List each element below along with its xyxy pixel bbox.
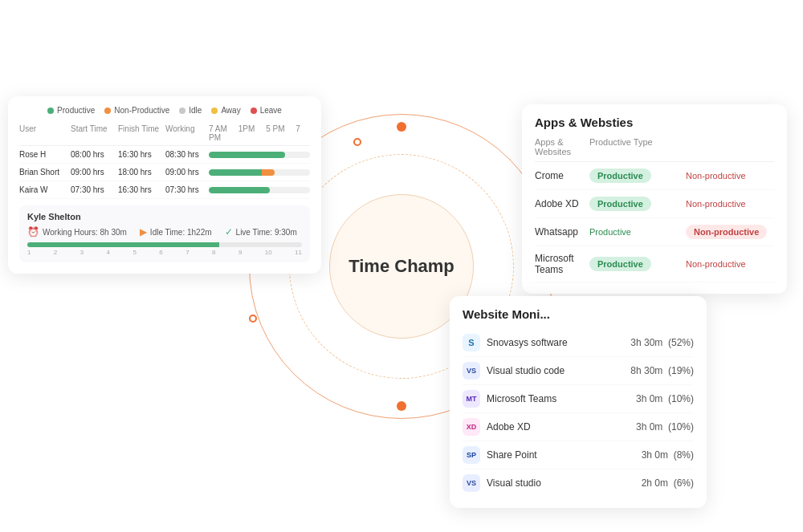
app-name-sharepoint: Share Point xyxy=(487,449,635,461)
row2-working: 09:00 hrs xyxy=(165,168,206,177)
th-user: User xyxy=(19,124,67,142)
row1-bar xyxy=(209,152,310,158)
legend-nonproductive: Non-Productive xyxy=(104,106,169,115)
app-productive-whatsapp: Productive xyxy=(589,227,686,237)
time-tracking-card: Productive Non-Productive Idle Away Leav… xyxy=(8,96,321,274)
row3-finish: 16:30 hrs xyxy=(118,185,162,194)
monitoring-row-sharepoint: SP Share Point 3h 0m (8%) xyxy=(463,441,694,469)
icon-snovasys: S xyxy=(463,334,480,351)
th-working: Working xyxy=(165,124,206,142)
app-other-msteams: Non-productive xyxy=(686,259,774,269)
legend-label-nonproductive: Non-Productive xyxy=(114,106,169,115)
stats-row: ⏰ Working Hours: 8h 30m ▶ Idle Time: 1h2… xyxy=(27,226,302,238)
legend-dot-idle xyxy=(179,108,185,114)
legend-dot-nonproductive xyxy=(104,108,111,114)
legend-label-away: Away xyxy=(221,106,240,115)
apps-row-adobexd: Adobe XD Productive Non-productive xyxy=(535,190,774,218)
apps-table-header: Apps & Websites Productive Type xyxy=(535,137,774,162)
row3-bar-fill xyxy=(209,187,270,193)
app-name-vstudio: Visual studio xyxy=(487,477,635,489)
row1-working: 08:30 hrs xyxy=(165,150,206,159)
row3-bar xyxy=(209,187,310,193)
timeline-bar xyxy=(27,242,302,247)
table-header: User Start Time Finish Time Working 7 AM… xyxy=(19,121,310,146)
stat-live-time: ✓ Live Time: 9:30m xyxy=(225,226,297,238)
table-row: Kaira W 07:30 hrs 16:30 hrs 07:30 hrs xyxy=(19,181,310,199)
website-monitoring-title: Website Moni... xyxy=(463,307,694,321)
legend-dot-away xyxy=(211,108,218,114)
apps-col-name: Apps & Websites xyxy=(535,137,589,156)
legend-dot-leave xyxy=(251,108,257,114)
app-badge-whatsapp: Non-productive xyxy=(686,225,774,239)
row3-start: 07:30 hrs xyxy=(71,185,115,194)
dot-top xyxy=(397,122,406,132)
icon-vscode: VS xyxy=(463,362,480,380)
app-name-snovasys: Snovasys software xyxy=(487,337,624,348)
app-name-crome: Crome xyxy=(535,170,589,181)
dot-bottom xyxy=(397,401,406,411)
app-time-sharepoint: 3h 0m (8%) xyxy=(642,449,694,461)
apps-row-crome: Crome Productive Non-productive xyxy=(535,162,774,190)
table-row: Brian Short 09:00 hrs 18:00 hrs 09:00 hr… xyxy=(19,164,310,181)
app-name-msteams2: Microsoft Teams xyxy=(487,393,630,404)
row1-finish: 16:30 hrs xyxy=(118,150,162,159)
row1-start: 08:00 hrs xyxy=(71,150,115,159)
app-name-vscode: Visual studio code xyxy=(487,365,624,376)
th-timeline: 7 AM 1PM 5 PM 7 PM xyxy=(209,124,310,142)
apps-col-other xyxy=(686,137,774,156)
monitoring-row-adobexd: XD Adobe XD 3h 0m (10%) xyxy=(463,413,694,441)
monitoring-row-vstudio: VS Visual studio 2h 0m (6%) xyxy=(463,469,694,497)
legend-leave: Leave xyxy=(251,106,282,115)
row2-finish: 18:00 hrs xyxy=(118,168,162,177)
legend-away: Away xyxy=(211,106,240,115)
apps-websites-card: Apps & Websties Apps & Websites Producti… xyxy=(522,104,787,294)
app-other-crome: Non-productive xyxy=(686,171,774,181)
legend-label-leave: Leave xyxy=(260,106,282,115)
th-start: Start Time xyxy=(71,124,115,142)
icon-msteams: MT xyxy=(463,390,480,408)
row2-user: Brian Short xyxy=(19,168,67,177)
center-label: Time Champ xyxy=(349,256,454,277)
live-time-label: Live Time: 9:30m xyxy=(236,228,297,237)
timeline-labels: 12345 67891011 xyxy=(27,249,302,256)
user-detail-box: Kyle Shelton ⏰ Working Hours: 8h 30m ▶ I… xyxy=(19,205,310,262)
app-badge-crome: Productive xyxy=(589,169,686,183)
working-hours-label: Working Hours: 8h 30m xyxy=(43,228,127,237)
monitoring-row-vscode: VS Visual studio code 8h 30m (19%) xyxy=(463,357,694,385)
row1-bar-fill xyxy=(209,152,285,158)
stat-idle-time: ▶ Idle Time: 1h22m xyxy=(140,226,212,238)
app-time-msteams: 3h 0m (10%) xyxy=(636,393,694,404)
dot-hollow-1 xyxy=(353,138,361,146)
icon-adobexd: XD xyxy=(463,418,480,436)
app-name-adobexd2: Adobe XD xyxy=(487,421,630,433)
row2-start: 09:00 hrs xyxy=(71,168,115,177)
app-name-adobexd: Adobe XD xyxy=(535,198,589,209)
website-monitoring-card: Website Moni... S Snovasys software 3h 3… xyxy=(450,296,707,508)
legend-row: Productive Non-Productive Idle Away Leav… xyxy=(19,106,310,115)
icon-sharepoint: SP xyxy=(463,446,480,464)
app-name-whatsapp: Whatsapp xyxy=(535,226,589,238)
app-time-vscode: 8h 30m (19%) xyxy=(630,365,694,376)
row3-working: 07:30 hrs xyxy=(165,185,206,194)
legend-label-idle: Idle xyxy=(189,106,202,115)
row2-bar-fill xyxy=(209,169,275,176)
row1-user: Rose H xyxy=(19,150,67,159)
monitoring-row-msteams: MT Microsoft Teams 3h 0m (10%) xyxy=(463,385,694,413)
apps-row-whatsapp: Whatsapp Productive Non-productive xyxy=(535,218,774,246)
app-time-vstudio: 2h 0m (6%) xyxy=(642,477,694,489)
legend-dot-productive xyxy=(47,108,54,114)
dot-hollow-2 xyxy=(249,315,257,323)
app-badge-adobexd: Productive xyxy=(589,197,686,211)
apps-col-type: Productive Type xyxy=(589,137,686,156)
app-time-snovasys: 3h 30m (52%) xyxy=(630,337,694,348)
apps-websites-title: Apps & Websties xyxy=(535,116,774,129)
legend-label-productive: Productive xyxy=(57,106,95,115)
app-name-msteams: Microsoft Teams xyxy=(535,253,589,275)
legend-idle: Idle xyxy=(179,106,202,115)
row2-bar xyxy=(209,169,310,176)
idle-time-label: Idle Time: 1h22m xyxy=(150,228,212,237)
table-row: Rose H 08:00 hrs 16:30 hrs 08:30 hrs xyxy=(19,146,310,164)
th-finish: Finish Time xyxy=(118,124,162,142)
icon-vstudio: VS xyxy=(463,474,480,492)
apps-row-msteams: Microsoft Teams Productive Non-productiv… xyxy=(535,246,774,282)
